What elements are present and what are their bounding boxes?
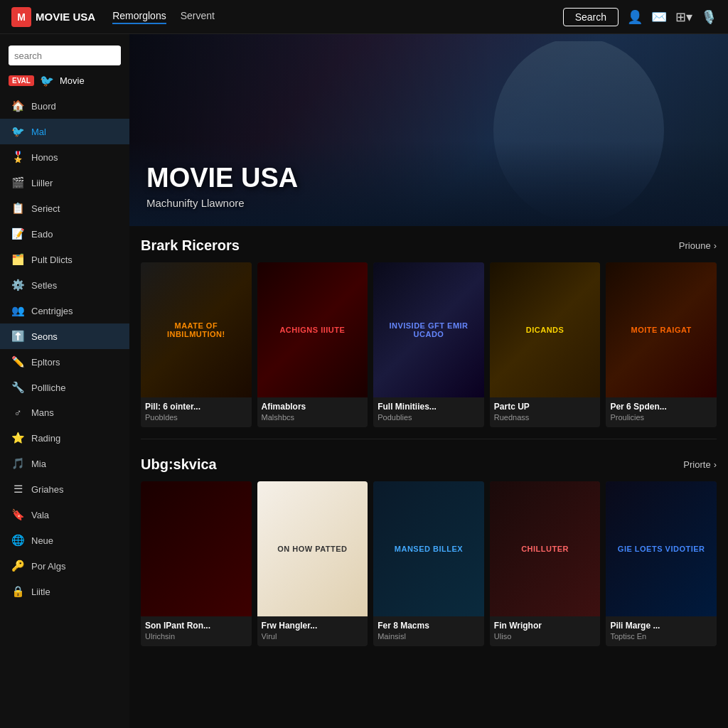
sidebar-item-por-algs[interactable]: 🔑 Por Algs <box>0 553 129 579</box>
movie-meta: Podublies <box>378 413 480 422</box>
sidebar-item-seriect[interactable]: 📋 Seriect <box>0 196 129 221</box>
sidebar-item-seons[interactable]: ⬆️ Seons <box>0 323 129 349</box>
sidebar-item-neue[interactable]: 🌐 Neue <box>0 528 129 553</box>
sidebar-label-vala: Vala <box>31 510 49 520</box>
hero-subtitle: Machunifty Llawnore <box>146 197 298 209</box>
sidebar-label-liiller: Liiller <box>31 178 53 188</box>
nav-item-servent[interactable]: Servent <box>181 10 215 24</box>
key-icon: 🔑 <box>11 560 24 572</box>
sidebar-item-pollliche[interactable]: 🔧 Pollliche <box>0 375 129 400</box>
social-row: EVAL 🐦 Movie <box>0 71 129 93</box>
hero-title: MOVIE USA <box>146 164 298 191</box>
movie-meta: Ulrichsin <box>145 632 247 641</box>
section2-more[interactable]: Priorte › <box>683 459 717 470</box>
sidebar-item-liitle[interactable]: 🔒 Liitle <box>0 579 129 604</box>
settings-icon: ⚙️ <box>11 279 24 291</box>
search-input[interactable] <box>9 46 121 65</box>
list-icon: 📋 <box>11 202 24 215</box>
movie-card[interactable]: ACHIGNS IIIUTE Afimablors Malshbcs <box>257 262 368 427</box>
sidebar-item-mal[interactable]: 🐦 Mal <box>0 119 129 144</box>
hero-text: MOVIE USA Machunifty Llawnore <box>146 164 298 209</box>
section1-more-label: Prioune <box>679 240 711 251</box>
logo[interactable]: M MOVIE USA <box>11 7 95 27</box>
sidebar-item-buord[interactable]: 🏠 Buord <box>0 93 129 119</box>
user-icon[interactable]: 👤 <box>627 9 643 25</box>
sidebar-item-liiller[interactable]: 🎬 Liiller <box>0 170 129 196</box>
movie-card[interactable]: DICANDS Partc UP Ruednass <box>490 262 601 427</box>
twitter-icon: 🐦 <box>40 74 54 87</box>
movie-title: Partc UP <box>494 402 596 412</box>
movie-meta: Uliso <box>494 632 596 641</box>
logo-text: MOVIE USA <box>36 11 95 23</box>
sidebar-item-setles[interactable]: ⚙️ Setles <box>0 272 129 298</box>
section1-title: Brark Ricerors <box>141 237 240 254</box>
movie-card[interactable]: CHILLUTER Fin Wrighor Uliso <box>490 481 601 646</box>
movie-card[interactable]: GIE LOETS VIDOTIER Pili Marge ... Toptis… <box>606 481 717 646</box>
sidebar-item-mans[interactable]: ♂ Mans <box>0 400 129 425</box>
sidebar-label-por-algs: Por Algs <box>31 561 65 572</box>
film-icon: 🎬 <box>11 176 24 189</box>
sidebar-item-pult-dlicts[interactable]: 🗂️ Pult Dlicts <box>0 247 129 272</box>
grid-icon[interactable]: ⊞▾ <box>675 9 692 25</box>
sidebar-label-epltors: Epltors <box>31 357 60 368</box>
sidebar-item-epltors[interactable]: ✏️ Epltors <box>0 349 129 375</box>
mail-icon[interactable]: ✉️ <box>651 9 667 25</box>
movie-poster: ACHIGNS IIIUTE <box>257 262 368 397</box>
search-button[interactable]: Search <box>563 8 619 26</box>
movie-poster: On How PATTED <box>257 481 368 616</box>
mic-icon[interactable]: 🎙️ <box>701 9 717 25</box>
social-label: Movie <box>60 75 85 86</box>
movie-info: Afimablors Malshbcs <box>257 397 368 427</box>
sidebar-label-pollliche: Pollliche <box>31 382 65 393</box>
movie-meta: Ruednass <box>494 413 596 422</box>
movie-info: Son IPant Ron... Ulrichsin <box>141 616 252 646</box>
section-divider <box>141 439 717 439</box>
movie-title: Son IPant Ron... <box>145 621 247 631</box>
sidebar-label-neue: Neue <box>31 535 53 546</box>
sidebar-item-honos[interactable]: 🎖️ Honos <box>0 144 129 170</box>
sidebar-label-honos: Honos <box>31 152 58 163</box>
sidebar-label-seons: Seons <box>31 331 58 342</box>
users-icon: 👥 <box>11 304 24 317</box>
section-ubgskvica: Ubg:skvica Priorte › Son IPant Ron... Ul… <box>129 445 728 652</box>
sidebar-item-eado[interactable]: 📝 Eado <box>0 221 129 247</box>
movie-title: Per 6 Spden... <box>610 402 712 412</box>
movie-card[interactable]: MOITE RAIGAT Per 6 Spden... Proulicies <box>606 262 717 427</box>
sidebar-label-mia: Mia <box>31 459 46 469</box>
movie-info: Partc UP Ruednass <box>490 397 601 427</box>
movie-card[interactable]: INVISIDE GFT EMIR UCADO Full Minitiies..… <box>373 262 484 427</box>
movie-card[interactable]: Son IPant Ron... Ulrichsin <box>141 481 252 646</box>
sidebar-item-centrigjes[interactable]: 👥 Centrigjes <box>0 298 129 323</box>
movie-poster: MANSED BILLEX <box>373 481 484 616</box>
body-layout: 🔍 EVAL 🐦 Movie 🏠 Buord 🐦 Mal 🎖️ Honos 🎬 … <box>0 34 728 728</box>
movie-card[interactable]: On How PATTED Frw Hangler... Virul <box>257 481 368 646</box>
award-icon: 🎖️ <box>11 151 24 164</box>
movie-info: Full Minitiies... Podublies <box>373 397 484 427</box>
man-icon: ♂ <box>11 407 24 419</box>
section2-movie-grid: Son IPant Ron... Ulrichsin On How PATTED… <box>141 481 717 646</box>
sidebar-item-mia[interactable]: 🎵 Mia <box>0 451 129 476</box>
upload-icon: ⬆️ <box>11 330 24 343</box>
movie-meta: Mainsisl <box>378 632 480 641</box>
movie-card[interactable]: MANSED BILLEX Fer 8 Macms Mainsisl <box>373 481 484 646</box>
movie-title: Full Minitiies... <box>378 402 480 412</box>
nav-item-remorlgons[interactable]: Remorglons <box>112 10 166 24</box>
bookmark-icon: 🔖 <box>11 508 24 521</box>
menu-icon: ☰ <box>11 483 24 496</box>
section1-more[interactable]: Prioune › <box>679 240 717 251</box>
movie-poster: DICANDS <box>490 262 601 397</box>
sidebar-item-rading[interactable]: ⭐ Rading <box>0 425 129 451</box>
movie-meta: Malshbcs <box>262 413 364 422</box>
movie-title: Frw Hangler... <box>262 621 364 631</box>
twitter-sidebar-icon: 🐦 <box>11 125 24 138</box>
movie-title: Pili Marge ... <box>610 621 712 631</box>
sidebar: 🔍 EVAL 🐦 Movie 🏠 Buord 🐦 Mal 🎖️ Honos 🎬 … <box>0 34 129 728</box>
sidebar-label-liitle: Liitle <box>31 587 50 597</box>
movie-info: Fer 8 Macms Mainsisl <box>373 616 484 646</box>
movie-card[interactable]: MAATE OF INBILMUTION! Pill: 6 ointer... … <box>141 262 252 427</box>
wrench-icon: 🔧 <box>11 381 24 394</box>
sidebar-label-buord: Buord <box>31 101 56 112</box>
movie-info: Pill: 6 ointer... Puobldes <box>141 397 252 427</box>
sidebar-item-griahes[interactable]: ☰ Griahes <box>0 476 129 502</box>
sidebar-item-vala[interactable]: 🔖 Vala <box>0 502 129 528</box>
